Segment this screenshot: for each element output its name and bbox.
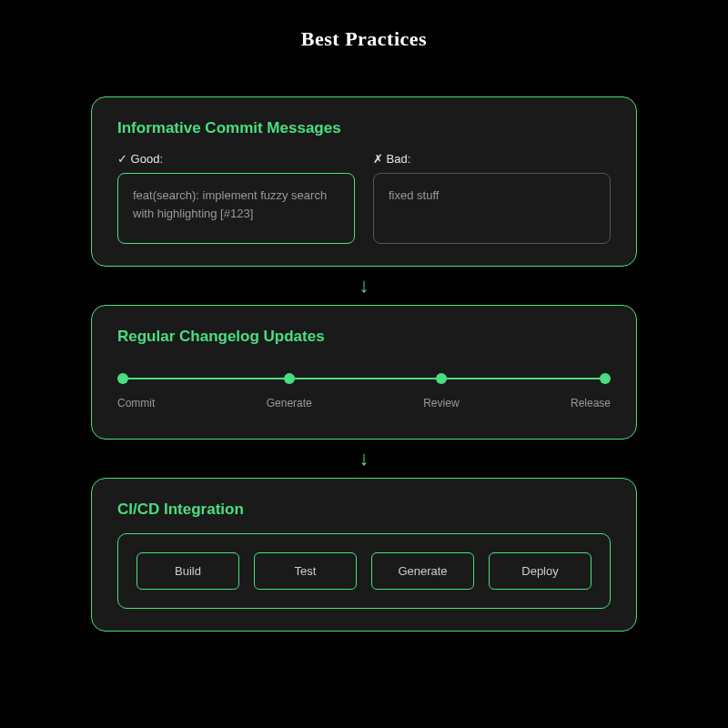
timeline-label: Release: [571, 397, 611, 410]
timeline-point: Release: [571, 373, 611, 410]
timeline-point: Review: [423, 373, 459, 410]
bad-commit-example: fixed stuff: [373, 173, 611, 244]
timeline-dot-icon: [436, 373, 447, 384]
timeline-point: Generate: [267, 373, 312, 410]
timeline-dot-icon: [117, 373, 128, 384]
card-title-changelog: Regular Changelog Updates: [117, 328, 611, 346]
good-commit-column: ✓ Good: feat(search): implement fuzzy se…: [117, 152, 355, 244]
page-title: Best Practices: [91, 27, 637, 51]
good-commit-example: feat(search): implement fuzzy search wit…: [117, 173, 355, 244]
pipeline-step: Test: [254, 552, 357, 590]
pipeline-box: Build Test Generate Deploy: [117, 533, 611, 609]
card-cicd-integration: CI/CD Integration Build Test Generate De…: [91, 478, 637, 632]
timeline: Commit Generate Review Release: [117, 373, 611, 410]
timeline-point: Commit: [117, 373, 155, 410]
bad-label: ✗ Bad:: [373, 152, 611, 166]
timeline-dot-icon: [284, 373, 295, 384]
timeline-label: Generate: [267, 397, 312, 410]
timeline-label: Review: [423, 397, 459, 410]
pipeline-step: Generate: [371, 552, 474, 590]
arrow-down-icon: ↓: [91, 267, 637, 305]
arrow-down-icon: ↓: [91, 440, 637, 478]
card-commit-messages: Informative Commit Messages ✓ Good: feat…: [91, 96, 637, 267]
good-label: ✓ Good:: [117, 152, 355, 166]
pipeline-step: Build: [136, 552, 239, 590]
card-changelog-updates: Regular Changelog Updates Commit Generat…: [91, 305, 637, 440]
card-title-cicd: CI/CD Integration: [117, 500, 611, 519]
timeline-dot-icon: [600, 373, 611, 384]
card-title-commit: Informative Commit Messages: [117, 119, 611, 137]
timeline-label: Commit: [117, 397, 155, 410]
bad-commit-column: ✗ Bad: fixed stuff: [373, 152, 611, 244]
pipeline-step: Deploy: [489, 552, 592, 590]
